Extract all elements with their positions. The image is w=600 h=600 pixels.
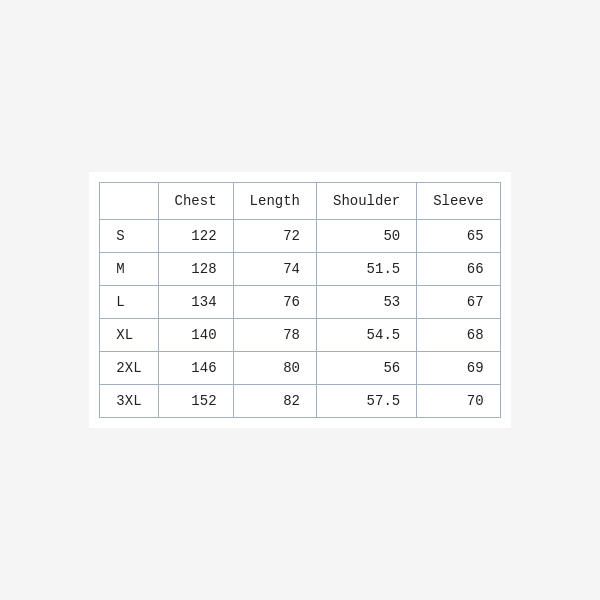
col-header-length: Length (233, 183, 316, 220)
cell-size: XL (100, 319, 158, 352)
size-chart-table: Chest Length Shoulder Sleeve S122725065M… (99, 182, 500, 418)
cell-shoulder: 50 (317, 220, 417, 253)
cell-size: M (100, 253, 158, 286)
cell-size: L (100, 286, 158, 319)
cell-chest: 122 (158, 220, 233, 253)
col-header-shoulder: Shoulder (317, 183, 417, 220)
table-row: XL1407854.568 (100, 319, 500, 352)
cell-length: 74 (233, 253, 316, 286)
cell-sleeve: 67 (417, 286, 500, 319)
cell-chest: 134 (158, 286, 233, 319)
table-row: L134765367 (100, 286, 500, 319)
cell-sleeve: 69 (417, 352, 500, 385)
cell-sleeve: 66 (417, 253, 500, 286)
cell-size: 2XL (100, 352, 158, 385)
cell-chest: 152 (158, 385, 233, 418)
cell-chest: 146 (158, 352, 233, 385)
table-row: S122725065 (100, 220, 500, 253)
size-chart-wrapper: Chest Length Shoulder Sleeve S122725065M… (89, 172, 510, 428)
col-header-sleeve: Sleeve (417, 183, 500, 220)
cell-shoulder: 57.5 (317, 385, 417, 418)
cell-length: 82 (233, 385, 316, 418)
cell-length: 80 (233, 352, 316, 385)
cell-shoulder: 53 (317, 286, 417, 319)
col-header-size (100, 183, 158, 220)
cell-length: 78 (233, 319, 316, 352)
table-row: 2XL146805669 (100, 352, 500, 385)
cell-sleeve: 68 (417, 319, 500, 352)
cell-chest: 140 (158, 319, 233, 352)
cell-chest: 128 (158, 253, 233, 286)
cell-shoulder: 54.5 (317, 319, 417, 352)
cell-sleeve: 70 (417, 385, 500, 418)
cell-size: S (100, 220, 158, 253)
col-header-chest: Chest (158, 183, 233, 220)
cell-length: 72 (233, 220, 316, 253)
table-body: S122725065M1287451.566L134765367XL140785… (100, 220, 500, 418)
table-row: M1287451.566 (100, 253, 500, 286)
cell-length: 76 (233, 286, 316, 319)
cell-size: 3XL (100, 385, 158, 418)
cell-sleeve: 65 (417, 220, 500, 253)
table-header-row: Chest Length Shoulder Sleeve (100, 183, 500, 220)
cell-shoulder: 56 (317, 352, 417, 385)
cell-shoulder: 51.5 (317, 253, 417, 286)
table-row: 3XL1528257.570 (100, 385, 500, 418)
